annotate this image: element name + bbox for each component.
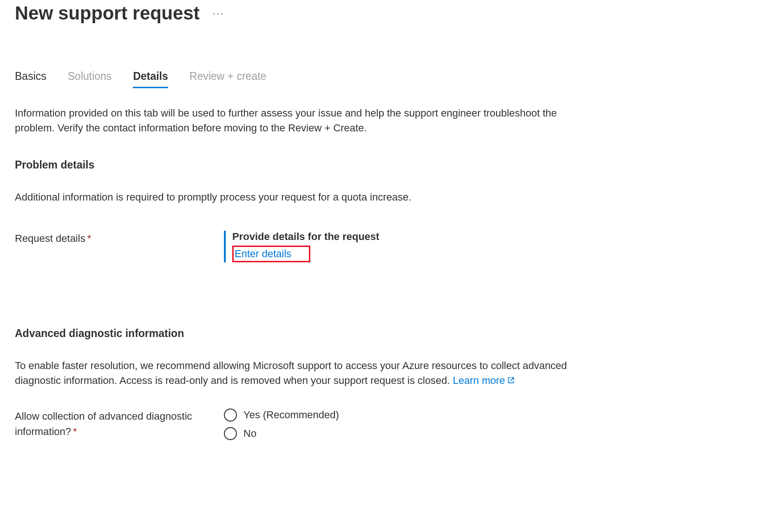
request-details-label: Request details*: [15, 231, 224, 246]
external-link-icon: [507, 374, 515, 389]
request-details-row: Request details* Provide details for the…: [15, 231, 751, 262]
tab-solutions: Solutions: [68, 70, 112, 87]
tab-details[interactable]: Details: [133, 70, 168, 87]
allow-collection-label: Allow collection of advanced diagnostic …: [15, 409, 224, 439]
tab-review-create: Review + create: [190, 70, 267, 87]
learn-more-text: Learn more: [453, 375, 505, 386]
tabs: Basics Solutions Details Review + create: [15, 70, 751, 87]
learn-more-link[interactable]: Learn more: [453, 375, 516, 386]
allow-collection-label-text: Allow collection of advanced diagnostic …: [15, 410, 192, 437]
diagnostic-desc: To enable faster resolution, we recommen…: [15, 358, 600, 389]
required-asterisk: *: [73, 426, 77, 437]
allow-collection-radio-group: Yes (Recommended) No: [224, 409, 339, 446]
problem-details-heading: Problem details: [15, 159, 751, 171]
more-actions-button[interactable]: ···: [209, 6, 228, 21]
allow-collection-row: Allow collection of advanced diagnostic …: [15, 409, 751, 446]
radio-option-no[interactable]: No: [224, 427, 339, 440]
radio-icon: [224, 409, 237, 422]
radio-label-yes: Yes (Recommended): [243, 409, 339, 421]
radio-icon: [224, 427, 237, 440]
problem-details-desc: Additional information is required to pr…: [15, 190, 600, 205]
provide-details-heading: Provide details for the request: [232, 231, 380, 243]
page-header: New support request ···: [15, 0, 751, 24]
page-title: New support request: [15, 3, 200, 24]
intro-text: Information provided on this tab will be…: [15, 106, 596, 136]
enter-details-highlight: Enter details: [232, 246, 310, 262]
diagnostic-heading: Advanced diagnostic information: [15, 327, 751, 340]
tab-content: Information provided on this tab will be…: [15, 106, 751, 446]
required-asterisk: *: [87, 233, 92, 244]
enter-details-link[interactable]: Enter details: [234, 248, 291, 260]
request-details-label-text: Request details: [15, 233, 85, 244]
radio-option-yes[interactable]: Yes (Recommended): [224, 409, 339, 422]
request-details-value: Provide details for the request Enter de…: [224, 231, 380, 262]
radio-label-no: No: [243, 428, 256, 440]
tab-basics[interactable]: Basics: [15, 70, 46, 87]
